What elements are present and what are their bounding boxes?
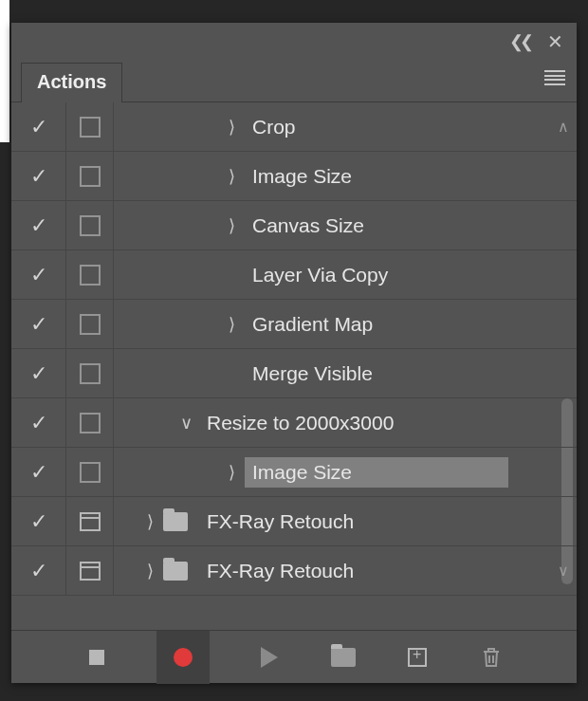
panel-menu-icon[interactable]	[544, 70, 565, 85]
action-label: Crop	[245, 112, 303, 142]
row-content: ⟩Image Size	[114, 152, 550, 200]
action-row[interactable]: ✓⟩Canvas Size	[11, 201, 577, 250]
action-label: Layer Via Copy	[245, 260, 395, 290]
dialog-toggle[interactable]	[66, 152, 114, 200]
action-label: FX-Ray Retouch	[199, 507, 361, 537]
toggle-check[interactable]: ✓	[11, 152, 66, 200]
actions-list: ✓⟩Crop∧✓⟩Image Size✓⟩Canvas Size✓Layer V…	[11, 102, 577, 630]
row-content: ⟩FX-Ray Retouch	[114, 497, 550, 545]
chevron-down-icon[interactable]: ∨	[173, 413, 199, 434]
action-label: Image Size	[245, 457, 508, 488]
background-strip	[0, 0, 9, 142]
action-label: Gradient Map	[245, 309, 380, 340]
action-row[interactable]: ✓⟩FX-Ray Retouch	[11, 497, 577, 546]
row-content: ⟩Gradient Map	[114, 300, 550, 348]
row-content: ⟩FX-Ray Retouch	[114, 546, 550, 595]
toggle-check[interactable]: ✓	[11, 201, 66, 249]
right-gutter	[550, 152, 577, 200]
dialog-toggle[interactable]	[66, 300, 114, 348]
chevron-right-icon[interactable]: ⟩	[218, 314, 245, 335]
chevron-right-icon[interactable]: ⟩	[218, 117, 245, 138]
panel-tabbar: Actions	[11, 61, 577, 102]
right-gutter	[550, 201, 577, 249]
action-label: Resize to 2000x3000	[199, 408, 401, 438]
action-label: Image Size	[245, 161, 359, 192]
chevron-right-icon[interactable]: ⟩	[218, 215, 245, 236]
right-gutter	[550, 398, 577, 447]
panel-toolbar	[11, 630, 577, 683]
dialog-toggle[interactable]	[66, 201, 114, 249]
row-content: Merge Visible	[114, 349, 550, 397]
action-row[interactable]: ✓⟩FX-Ray Retouch∨	[11, 546, 577, 596]
toggle-check[interactable]: ✓	[11, 546, 66, 595]
action-row[interactable]: ✓Merge Visible	[11, 349, 577, 398]
dialog-toggle[interactable]	[66, 398, 114, 447]
record-button[interactable]	[156, 631, 210, 684]
scroll-down-icon[interactable]: ∨	[550, 546, 577, 595]
dialog-toggle[interactable]	[66, 102, 114, 151]
action-row[interactable]: ✓Layer Via Copy	[11, 250, 577, 300]
chevron-right-icon[interactable]: ⟩	[218, 462, 245, 483]
stop-button[interactable]	[83, 643, 111, 672]
toggle-check[interactable]: ✓	[11, 448, 66, 496]
toggle-check[interactable]: ✓	[11, 349, 66, 397]
row-content: ∨Resize to 2000x3000	[114, 398, 550, 447]
toggle-check[interactable]: ✓	[11, 102, 66, 151]
dialog-toggle[interactable]	[66, 250, 114, 299]
toggle-check[interactable]: ✓	[11, 497, 66, 545]
chevron-right-icon[interactable]: ⟩	[137, 561, 163, 581]
row-content: ⟩Canvas Size	[114, 201, 550, 249]
new-set-button[interactable]	[329, 643, 358, 672]
play-button[interactable]	[255, 643, 284, 672]
actions-panel: ❮❮ ✕ Actions ✓⟩Crop∧✓⟩Image Size✓⟩Canvas…	[11, 23, 577, 683]
action-row[interactable]: ✓⟩Gradient Map	[11, 300, 577, 349]
action-label: Merge Visible	[245, 359, 380, 389]
chevron-right-icon[interactable]: ⟩	[137, 511, 163, 532]
action-row[interactable]: ✓∨Resize to 2000x3000	[11, 398, 577, 448]
folder-icon	[163, 562, 188, 581]
row-content: ⟩Image Size	[114, 448, 550, 496]
action-label: FX-Ray Retouch	[199, 556, 361, 586]
delete-button[interactable]	[477, 643, 505, 672]
toggle-check[interactable]: ✓	[11, 300, 66, 348]
row-content: ⟩Crop	[114, 102, 550, 151]
chevron-right-icon[interactable]: ⟩	[218, 166, 245, 187]
right-gutter	[550, 349, 577, 397]
action-row[interactable]: ✓⟩Image Size	[11, 152, 577, 201]
close-icon[interactable]: ✕	[547, 30, 563, 53]
collapse-icon[interactable]: ❮❮	[509, 31, 530, 52]
right-gutter	[550, 250, 577, 299]
toggle-check[interactable]: ✓	[11, 398, 66, 447]
action-row[interactable]: ✓⟩Crop∧	[11, 102, 577, 152]
dialog-toggle[interactable]	[66, 349, 114, 397]
panel-topbar: ❮❮ ✕	[11, 23, 577, 61]
dialog-toggle[interactable]	[66, 497, 114, 545]
tab-actions[interactable]: Actions	[21, 63, 122, 102]
row-content: Layer Via Copy	[114, 250, 550, 299]
new-action-button[interactable]	[403, 643, 432, 672]
action-row[interactable]: ✓⟩Image Size	[11, 448, 577, 497]
folder-icon	[163, 512, 188, 531]
right-gutter	[550, 448, 577, 496]
scroll-up-icon[interactable]: ∧	[550, 102, 577, 151]
right-gutter	[550, 300, 577, 348]
right-gutter	[550, 497, 577, 545]
action-label: Canvas Size	[245, 211, 372, 241]
dialog-toggle[interactable]	[66, 448, 114, 496]
dialog-toggle[interactable]	[66, 546, 114, 595]
toggle-check[interactable]: ✓	[11, 250, 66, 299]
